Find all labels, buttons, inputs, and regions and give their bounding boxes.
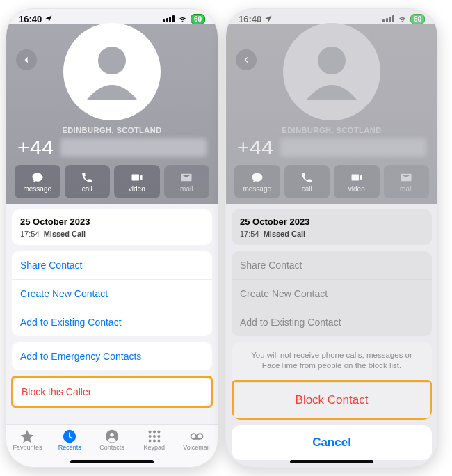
screenshot-block-confirmation: 16:40 60 EDINBURGH, SCOTLAND +44 me	[225, 8, 438, 468]
clock-icon	[62, 429, 77, 444]
keypad-icon	[147, 429, 162, 444]
status-bar: 16:40 60	[6, 9, 218, 24]
svg-point-5	[153, 431, 156, 434]
phone-number-redacted	[60, 138, 207, 157]
svg-point-3	[110, 433, 114, 437]
contact-header: EDINBURGH, SCOTLAND +44 message call vid…	[6, 24, 218, 204]
call-time: 17:54	[20, 230, 40, 238]
svg-point-8	[153, 435, 156, 438]
svg-point-11	[153, 439, 156, 442]
create-new-contact-row[interactable]: Create New Contact	[12, 279, 212, 308]
emergency-list: Add to Emergency Contacts	[12, 342, 212, 370]
block-this-caller-row[interactable]: Block this Caller	[13, 378, 211, 406]
video-button[interactable]: video	[114, 165, 160, 198]
add-existing-contact-row[interactable]: Add to Existing Contact	[12, 308, 212, 336]
sheet-message: You will not receive phone calls, messag…	[232, 342, 432, 380]
svg-point-9	[157, 435, 160, 438]
call-date: 25 October 2023	[20, 216, 204, 227]
star-icon	[19, 429, 35, 444]
message-button[interactable]: message	[15, 165, 60, 198]
back-button[interactable]	[16, 49, 37, 70]
add-emergency-contact-row[interactable]: Add to Emergency Contacts	[12, 342, 212, 370]
tab-keypad[interactable]: Keypad	[135, 429, 174, 451]
cancel-button[interactable]: Cancel	[232, 425, 432, 460]
home-indicator[interactable]	[290, 460, 373, 463]
svg-point-0	[98, 47, 126, 74]
mail-button[interactable]: mail	[164, 165, 210, 198]
wifi-icon	[177, 15, 188, 23]
tab-voicemail[interactable]: Voicemail	[177, 429, 216, 451]
phone-icon	[81, 171, 93, 184]
svg-point-10	[148, 439, 151, 442]
location-arrow-icon	[45, 15, 53, 23]
message-icon	[31, 171, 44, 184]
contact-location: EDINBURGH, SCOTLAND	[62, 126, 161, 134]
highlight-block-contact: Block Contact	[232, 380, 432, 420]
home-indicator[interactable]	[70, 460, 154, 463]
contact-actions-list: Share Contact Create New Contact Add to …	[12, 251, 212, 336]
contact-avatar	[63, 23, 161, 120]
tab-favourites[interactable]: Favourites	[8, 429, 47, 451]
svg-point-4	[148, 431, 151, 434]
screenshot-contact-detail: 16:40 60 EDINBURGH, SCOTLAND +44	[6, 8, 218, 468]
svg-point-7	[148, 435, 151, 438]
share-contact-row[interactable]: Share Contact	[12, 251, 212, 279]
voicemail-icon	[189, 429, 204, 444]
svg-point-12	[157, 439, 160, 442]
person-silhouette-icon	[77, 37, 147, 106]
chevron-left-icon	[22, 56, 31, 64]
tab-recents[interactable]: Recents	[50, 429, 89, 451]
svg-point-13	[191, 434, 196, 439]
cell-signal-icon	[163, 15, 175, 22]
call-history-card: 25 October 2023 17:54 Missed Call	[12, 209, 212, 245]
block-contact-button[interactable]: Block Contact	[234, 382, 430, 418]
person-circle-icon	[104, 429, 120, 444]
highlight-block-caller: Block this Caller	[11, 376, 213, 408]
tab-contacts[interactable]: Contacts	[92, 429, 131, 451]
battery-indicator: 60	[191, 14, 205, 24]
block-action-sheet: You will not receive phone calls, messag…	[232, 342, 432, 460]
svg-point-6	[157, 431, 160, 434]
country-code: +44	[17, 136, 54, 159]
status-time: 16:40	[19, 14, 42, 24]
call-button[interactable]: call	[65, 165, 111, 198]
svg-point-14	[197, 434, 202, 439]
video-icon	[131, 171, 143, 184]
mail-icon	[180, 171, 193, 184]
call-type: Missed Call	[44, 230, 86, 238]
